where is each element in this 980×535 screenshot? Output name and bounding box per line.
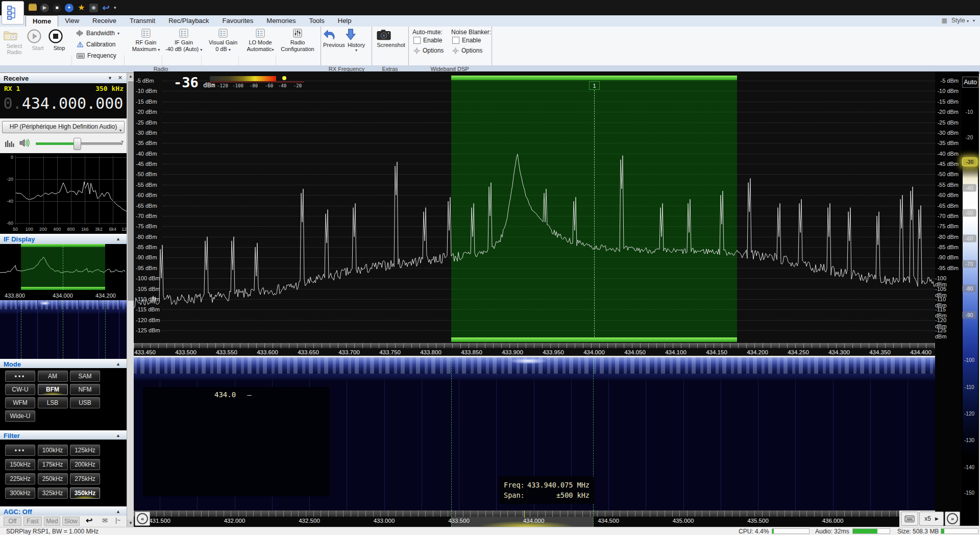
screenshot-button[interactable]: Screenshot (377, 29, 405, 48)
zoom-step-button[interactable]: x5▶ (919, 512, 944, 526)
auto-range-button[interactable]: Auto (962, 77, 978, 88)
ribbon-collapse-icon[interactable]: ▾ (973, 18, 975, 23)
mode-button-sam[interactable]: SAM (70, 371, 100, 382)
undo-icon[interactable]: ↩ (102, 4, 110, 12)
mode-button-bfm[interactable]: BFM (38, 384, 68, 395)
filter-button-100khz[interactable]: 100kHz (38, 445, 68, 456)
envelope-icon[interactable]: ✉ (102, 517, 108, 524)
start-button[interactable]: Start (27, 29, 49, 51)
stop-icon[interactable]: ■ (53, 4, 61, 12)
history-button[interactable]: History ▾ (346, 29, 367, 53)
if-display-header[interactable]: IF Display▲ (0, 234, 127, 245)
mode-button-wide-u[interactable]: Wide-U (5, 410, 35, 422)
frequency-button[interactable]: Frequency (77, 52, 116, 59)
mode-button-wfm[interactable]: WFM (5, 397, 35, 408)
spectrum-frequency-ruler[interactable] (134, 343, 935, 348)
frequency-display[interactable]: 0.434.000.000 (0, 94, 127, 112)
tab-home[interactable]: Home (26, 15, 58, 27)
radio-configuration-button[interactable]: Radio Configuration (278, 29, 317, 52)
automute-options-button[interactable]: Options (413, 47, 444, 54)
volume-slider-handle[interactable] (74, 138, 81, 150)
filter-button-150khz[interactable]: 150kHz (5, 459, 35, 470)
frequency-entry-button[interactable] (901, 512, 918, 526)
visual-gain-button[interactable]: Visual Gain 0 dB ▾ (203, 29, 243, 52)
tab-favourites[interactable]: Favourites (216, 15, 260, 27)
tab-tools[interactable]: Tools (302, 15, 331, 27)
collapse-icon[interactable]: ▲ (116, 236, 120, 241)
audio-device-select[interactable]: HP (Périphérique High Definition Audio)▾ (2, 121, 125, 133)
filter-button-175khz[interactable]: 175kHz (38, 459, 68, 470)
agc-button-med[interactable]: Med (44, 517, 60, 526)
bandwidth-button[interactable]: Bandwidth▾ (77, 30, 119, 37)
open-file-icon[interactable] (29, 5, 37, 11)
app-menu-button[interactable] (2, 1, 24, 25)
screenshot-icon[interactable]: ◉ (89, 4, 98, 12)
collapse-icon[interactable]: ▲ (116, 509, 120, 514)
filter-button-300khz[interactable]: 300kHz (5, 488, 35, 499)
mode-button-nfm[interactable]: NFM (70, 384, 100, 395)
lo-mode-button[interactable]: LO Mode Automatic▾ (240, 29, 280, 52)
if-display-spectrum[interactable] (0, 244, 127, 292)
filter-button--[interactable]: ••• (5, 445, 35, 456)
navigation-ruler[interactable]: 431.500432.000432.500433.000433.500434.0… (134, 510, 901, 527)
equalizer-icon[interactable] (5, 139, 14, 147)
noise-blanker-options-button[interactable]: Options (452, 47, 482, 54)
filter-button-200khz[interactable]: 200kHz (70, 459, 100, 470)
favourites-icon[interactable]: ★ (77, 4, 86, 12)
start-icon[interactable]: ▶ (40, 4, 49, 12)
layout-grid-icon[interactable]: ▦ (942, 17, 947, 24)
scroll-up-icon[interactable]: ▲ (127, 73, 134, 80)
tab-transmit[interactable]: Transmit (123, 15, 162, 27)
agc-button-slow[interactable]: Slow (62, 517, 80, 526)
filter-button-125khz[interactable]: 125kHz (70, 445, 100, 456)
filter-button-275khz[interactable]: 275kHz (70, 473, 100, 484)
mode-button-lsb[interactable]: LSB (38, 397, 68, 408)
mode-button--[interactable]: ••• (5, 371, 35, 382)
filter-button-325khz[interactable]: 325kHz (38, 488, 68, 499)
scroll-left-button[interactable]: « (135, 512, 150, 526)
scrollbar-thumb[interactable] (128, 81, 134, 301)
add-receiver-icon[interactable]: + (65, 4, 74, 12)
if-gain-button[interactable]: IF Gain -40 dB (Auto) ▾ (164, 29, 204, 52)
scroll-down-icon[interactable]: ▼ (127, 520, 134, 527)
select-radio-button[interactable]: SelectRadio (3, 29, 26, 55)
style-menu[interactable]: Style ▾ (951, 17, 969, 24)
filter-button-350khz[interactable]: 350kHz (70, 488, 100, 499)
agc-button-fast[interactable]: Fast (23, 517, 42, 526)
speaker-icon[interactable] (19, 139, 30, 147)
collapse-icon[interactable]: ▲ (116, 361, 120, 367)
signal-icon[interactable]: |~ (115, 517, 120, 524)
rf-gain-button[interactable]: RF Gain Maximum ▾ (126, 29, 166, 52)
tab-view[interactable]: View (58, 15, 86, 27)
noise-blanker-enable-checkbox[interactable]: Enable (452, 37, 481, 44)
calibration-button[interactable]: Calibration (77, 41, 115, 48)
collapse-icon[interactable]: ▲ (116, 433, 120, 438)
marker-flag[interactable]: 1 (589, 81, 600, 90)
waterfall-panel[interactable]: 434.0– Freq:433.940.075 MHz Span:±500 kH… (134, 357, 935, 510)
qat-options-icon[interactable]: ▾ (114, 5, 116, 10)
mode-button-cw-u[interactable]: CW-U (5, 384, 35, 395)
color-gradient[interactable] (963, 89, 978, 525)
automute-enable-checkbox[interactable]: Enable (413, 37, 442, 44)
mode-button-am[interactable]: AM (38, 371, 68, 382)
stop-button[interactable]: Stop (48, 29, 70, 51)
tab-help[interactable]: Help (331, 15, 358, 27)
receive-panel-header[interactable]: Receive ▼ ✕ (0, 73, 127, 84)
tab-memories[interactable]: Memories (260, 15, 302, 27)
filter-button-250khz[interactable]: 250kHz (38, 473, 68, 484)
panel-dropdown-icon[interactable]: ▼ (108, 76, 112, 81)
spectrum-panel[interactable]: 1 -36 dBm -120-100-80-60-40-20 433.45043… (134, 71, 935, 357)
tab-receive[interactable]: Receive (86, 15, 123, 27)
tab-rec-playback[interactable]: Rec/Playback (162, 15, 215, 27)
filter-button-225khz[interactable]: 225kHz (5, 473, 35, 484)
previous-frequency-button[interactable]: Previous (323, 29, 345, 48)
if-waterfall[interactable] (0, 300, 127, 359)
panel-close-icon[interactable]: ✕ (118, 75, 122, 81)
nav-frequency-tick: 431.500 (149, 518, 170, 524)
undo-icon[interactable]: ↩ (86, 516, 92, 525)
panel-scrollbar[interactable]: ▲ ▼ (127, 73, 134, 527)
mode-button-usb[interactable]: USB (70, 397, 100, 408)
agc-button-off[interactable]: Off (4, 517, 21, 526)
scroll-right-button[interactable]: » (945, 512, 960, 526)
color-scale-marker[interactable]: -30 (962, 158, 977, 166)
